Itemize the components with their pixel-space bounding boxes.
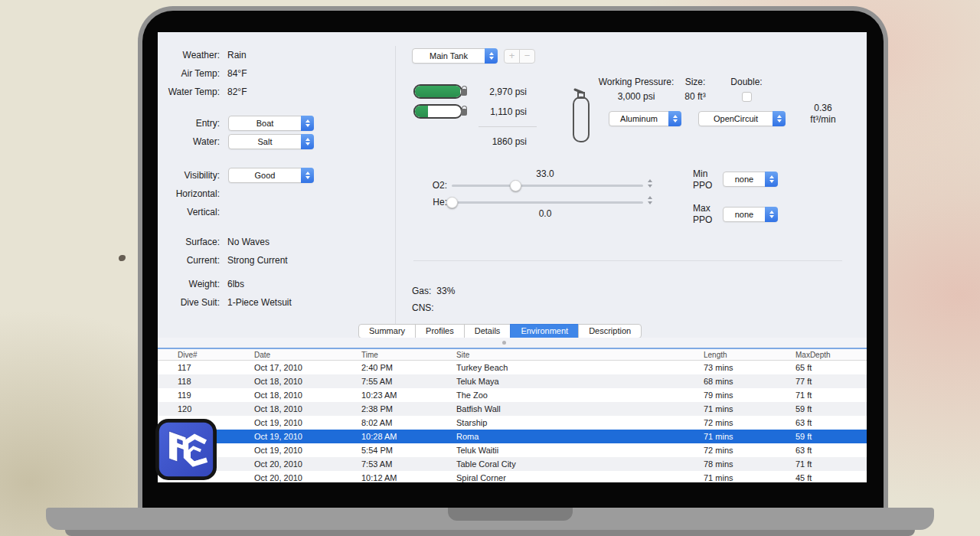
cell-time: 8:02 AM xyxy=(361,418,456,427)
water-label: Water: xyxy=(158,136,220,147)
cell-time: 10:23 AM xyxy=(361,391,456,400)
o2-stepper[interactable] xyxy=(648,179,652,188)
chevron-updown-icon xyxy=(301,134,314,149)
surface-label: Surface: xyxy=(158,237,220,247)
visibility-select[interactable]: Good xyxy=(228,168,314,183)
chevron-updown-icon xyxy=(485,48,498,64)
circuit-type-select[interactable]: OpenCircuit xyxy=(698,111,786,126)
max-ppo-value: none xyxy=(724,208,765,221)
max-ppo-label: Max PPO xyxy=(693,203,720,226)
cell-date: Oct 20, 2010 xyxy=(254,459,361,469)
table-row[interactable]: 117 Oct 17, 2010 2:40 PM Turkey Beach 73… xyxy=(158,361,867,374)
entry-select[interactable]: Boat xyxy=(228,116,314,131)
cell-time: 10:12 AM xyxy=(361,473,456,482)
cell-length: 72 mins xyxy=(704,446,795,455)
cell-maxdepth: 59 ft xyxy=(795,432,867,441)
sac-rate-value: 0.36 xyxy=(796,103,850,114)
cell-time: 10:28 AM xyxy=(361,432,456,441)
vertical-row: Vertical: xyxy=(158,203,397,221)
tank-section-divider xyxy=(413,260,842,261)
weight-row: Weight: 6lbs xyxy=(158,275,397,293)
cns-label: CNS: xyxy=(412,302,434,313)
sac-rate-block: 0.36 ft³/min xyxy=(796,103,850,126)
entry-label: Entry: xyxy=(158,118,220,129)
he-slider[interactable] xyxy=(452,201,643,204)
min-ppo-label: Min PPO xyxy=(693,168,720,191)
table-row[interactable]: Oct 20, 2010 10:12 AM Spiral Corner 71 m… xyxy=(158,471,867,482)
tank-select[interactable]: Main Tank xyxy=(412,48,498,64)
tab-summary[interactable]: Summary xyxy=(358,324,416,338)
cell-length: 71 mins xyxy=(704,432,795,441)
table-row[interactable]: 118 Oct 18, 2010 7:55 AM Teluk Maya 68 m… xyxy=(158,374,867,388)
table-row[interactable]: 120 Oct 18, 2010 2:38 PM Batfish Wall 71… xyxy=(158,402,867,416)
cell-site: Turkey Beach xyxy=(456,363,704,372)
tab-environment[interactable]: Environment xyxy=(510,324,579,338)
cell-date: Oct 20, 2010 xyxy=(254,473,361,482)
vertical-label: Vertical: xyxy=(158,207,220,217)
tab-profiles[interactable]: Profiles xyxy=(415,324,465,338)
size-label: Size: xyxy=(672,77,718,87)
table-row[interactable]: Oct 19, 2010 5:54 PM Teluk Waitii 72 min… xyxy=(158,443,867,457)
entry-row: Entry: Boat xyxy=(158,114,397,132)
cell-time: 7:53 AM xyxy=(361,459,456,469)
cell-date: Oct 17, 2010 xyxy=(254,363,361,372)
table-row[interactable]: Oct 20, 2010 7:53 AM Table Coral City 78… xyxy=(158,457,867,471)
cell-length: 71 mins xyxy=(704,473,795,482)
o2-slider-thumb[interactable] xyxy=(510,180,521,191)
cell-maxdepth: 65 ft xyxy=(795,363,867,372)
header-length[interactable]: Length xyxy=(704,351,795,359)
header-date[interactable]: Date xyxy=(254,351,361,359)
header-dive-number[interactable]: Dive# xyxy=(178,351,254,359)
cell-maxdepth: 63 ft xyxy=(795,446,867,455)
water-temp-row: Water Temp: 82°F xyxy=(158,83,397,101)
cell-time: 2:40 PM xyxy=(361,363,456,372)
chevron-updown-icon xyxy=(773,111,786,126)
cell-date: Oct 19, 2010 xyxy=(254,432,361,441)
o2-slider[interactable] xyxy=(452,185,643,187)
cell-length: 72 mins xyxy=(704,418,795,427)
table-row[interactable]: 121 Oct 19, 2010 8:02 AM Starship 72 min… xyxy=(158,416,867,430)
cell-site: The Zoo xyxy=(456,391,704,400)
pane-splitter[interactable] xyxy=(158,338,867,348)
cell-length: 78 mins xyxy=(704,459,795,469)
gas-value: 33% xyxy=(436,286,455,296)
min-ppo-value: none xyxy=(724,172,765,186)
sac-rate-unit: ft³/min xyxy=(796,114,850,126)
he-stepper[interactable] xyxy=(648,196,652,204)
min-ppo-label-line2: PPO xyxy=(693,180,720,191)
header-time[interactable]: Time xyxy=(361,351,456,359)
add-tank-button[interactable]: + xyxy=(504,49,520,64)
end-pressure-gauge xyxy=(413,104,469,119)
header-site[interactable]: Site xyxy=(456,351,704,359)
visibility-row: Visibility: Good xyxy=(158,166,397,185)
double-checkbox[interactable] xyxy=(742,92,752,102)
he-slider-thumb[interactable] xyxy=(446,197,458,208)
chevron-updown-icon xyxy=(765,207,778,222)
cell-dive-number: 117 xyxy=(178,363,254,372)
table-row[interactable]: 119 Oct 18, 2010 10:23 AM The Zoo 79 min… xyxy=(158,388,867,402)
tab-details[interactable]: Details xyxy=(464,324,511,338)
tab-description[interactable]: Description xyxy=(578,324,642,338)
o2-value: 33.0 xyxy=(507,168,583,179)
table-row[interactable]: Oct 19, 2010 10:28 AM Roma 71 mins 59 ft xyxy=(158,430,867,443)
splitter-handle-icon xyxy=(502,341,506,345)
header-maxdepth[interactable]: MaxDepth xyxy=(795,351,867,359)
cns-line: CNS: xyxy=(412,302,434,313)
remove-tank-button[interactable]: − xyxy=(519,49,535,64)
visibility-label: Visibility: xyxy=(158,170,220,181)
cell-site: Batfish Wall xyxy=(456,404,704,413)
max-ppo-select[interactable]: none xyxy=(723,207,778,222)
cell-date: Oct 19, 2010 xyxy=(254,418,361,427)
water-temp-label: Water Temp: xyxy=(158,87,220,97)
cell-site: Starship xyxy=(456,418,704,427)
working-pressure-block: Working Pressure: 3,000 psi xyxy=(586,77,686,102)
cell-dive-number: 118 xyxy=(178,377,254,386)
he-label: He: xyxy=(418,197,447,208)
min-ppo-select[interactable]: none xyxy=(723,172,778,187)
gas-label: Gas: xyxy=(412,286,431,296)
chevron-updown-icon xyxy=(765,172,778,187)
start-pressure-value: 2,970 psi xyxy=(462,87,527,97)
water-select[interactable]: Salt xyxy=(228,134,314,149)
tank-material-select[interactable]: Aluminum xyxy=(609,111,681,126)
tank-add-remove: + − xyxy=(504,49,535,64)
